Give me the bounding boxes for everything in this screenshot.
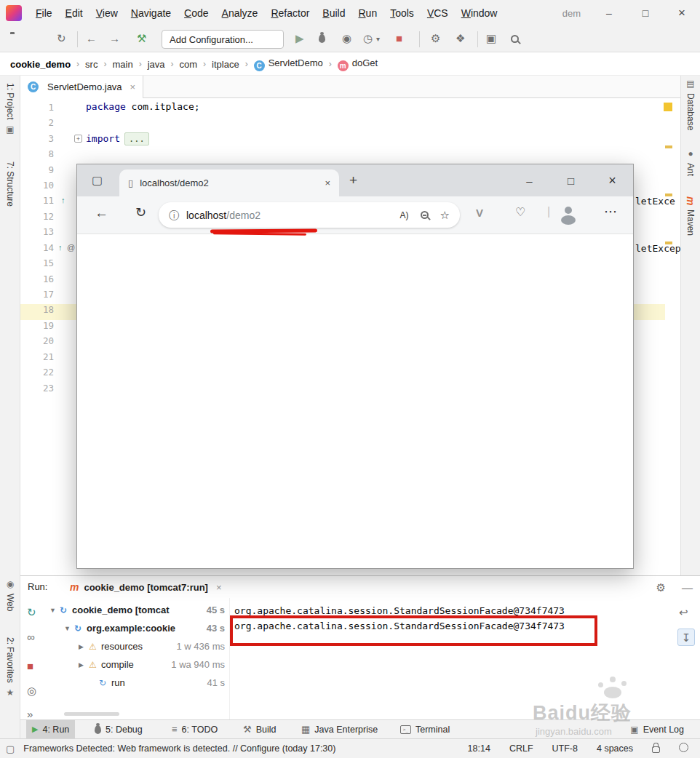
menu-refactor[interactable]: Refactor [264, 7, 316, 19]
tab-actions-icon[interactable]: ▢ [92, 175, 103, 186]
build-hammer-icon[interactable]: ⚒ [137, 33, 146, 44]
fold-marker-icon[interactable]: + [74, 135, 82, 143]
sidebar-item-ant[interactable]: ● Ant [682, 148, 699, 176]
site-info-icon[interactable]: ⓘ [169, 210, 179, 220]
folded-imports-chip[interactable]: ... [124, 132, 149, 145]
breadcrumb-item-java[interactable]: java [148, 59, 165, 70]
browser-maximize-button[interactable]: □ [550, 164, 592, 196]
warning-stripe-mark[interactable] [665, 242, 672, 244]
eye-icon[interactable]: ◎ [27, 685, 36, 696]
soft-wrap-icon[interactable]: ↩ [679, 607, 688, 618]
close-button[interactable]: × [664, 0, 700, 26]
menu-file[interactable]: File [29, 7, 59, 19]
encoding-selector[interactable]: UTF-8 [552, 743, 578, 754]
browser-tab[interactable]: ▯ localhost/demo2 × [119, 169, 339, 196]
menu-code[interactable]: Code [178, 7, 215, 19]
menu-build[interactable]: Build [316, 7, 351, 19]
chevron-right-icon[interactable]: ▶ [79, 661, 89, 669]
hide-panel-icon[interactable]: — [682, 582, 693, 593]
menu-edit[interactable]: Edit [59, 7, 90, 19]
menu-tools[interactable]: Tools [383, 7, 421, 19]
layout-icon[interactable]: ▣ [486, 33, 496, 44]
override-marker-icon[interactable]: ↑ [61, 196, 65, 204]
new-tab-icon[interactable]: + [349, 173, 357, 187]
background-tasks-icon[interactable] [679, 743, 688, 754]
tree-row-compile[interactable]: ▶ ⚠ compile 1 wa 940 ms [44, 655, 229, 674]
run-tab-close-icon[interactable]: × [216, 582, 222, 593]
maximize-button[interactable]: □ [627, 0, 664, 26]
menu-run[interactable]: Run [351, 7, 383, 19]
breadcrumb-item-main[interactable]: main [112, 59, 132, 70]
lock-icon[interactable] [652, 743, 660, 755]
toolwindow-terminal-button[interactable]: >_ Terminal [394, 720, 456, 738]
toolwindow-todo-button[interactable]: ≡ 6: TODO [166, 720, 223, 738]
browser-back-icon[interactable]: ← [95, 206, 108, 220]
run-configuration-combo[interactable]: Add Configuration... [162, 30, 284, 49]
settings-wrench-icon[interactable]: ⚙ [431, 33, 440, 44]
breadcrumb-item-doget[interactable]: mdoGet [338, 57, 378, 71]
profiler-icon[interactable]: ◷ [363, 33, 373, 44]
run-tab-cookie-demo[interactable]: m cookie_demo [tomcat7:run] × [64, 576, 228, 598]
browser-close-button[interactable]: × [592, 164, 633, 196]
glasses-icon[interactable]: ∞ [27, 631, 35, 642]
profiler-dropdown-icon[interactable]: ▾ [376, 36, 380, 43]
forward-icon[interactable]: → [109, 33, 120, 44]
warning-stripe-mark[interactable] [665, 194, 672, 196]
coverage-icon[interactable]: ◉ [342, 33, 351, 44]
toolwindow-debug-button[interactable]: 5: Debug [89, 720, 148, 738]
sidebar-item-favorites[interactable]: 2: Favorites ★ [1, 637, 19, 698]
stop-icon[interactable]: ■ [396, 33, 402, 44]
sidebar-item-database[interactable]: ▤ Database [682, 79, 699, 130]
back-icon[interactable]: ← [86, 33, 97, 44]
browser-refresh-icon[interactable]: ↻ [135, 206, 146, 219]
browser-essentials-icon[interactable]: ♡ [515, 207, 525, 218]
add-favorite-icon[interactable]: ☆ [440, 210, 450, 220]
browser-menu-icon[interactable]: ⋯ [604, 205, 617, 218]
sync-icon[interactable]: ↻ [57, 33, 66, 44]
annotation-marker-icon[interactable]: @ [67, 243, 75, 252]
breadcrumb-item-project[interactable]: cookie_demo [10, 59, 71, 70]
inspections-indicator[interactable] [664, 103, 672, 111]
search-icon[interactable] [511, 34, 519, 45]
extension-v-icon[interactable]: V [476, 207, 483, 218]
minimize-button[interactable]: – [591, 0, 627, 26]
sidebar-item-project[interactable]: 1: Project ▣ [1, 83, 19, 135]
toolwindow-toggle-icon[interactable]: ▢ [6, 744, 15, 754]
chevron-down-icon[interactable]: ▼ [64, 625, 74, 632]
address-bar[interactable]: ⓘ localhost/demo2 A) ☆ [159, 202, 460, 228]
line-ending-selector[interactable]: CRLF [509, 743, 533, 754]
toolwindow-build-button[interactable]: ⚒ Build [237, 720, 282, 738]
horizontal-scroll-thumb[interactable] [64, 712, 119, 716]
chevron-down-icon[interactable]: ▼ [49, 607, 60, 614]
sidebar-item-web[interactable]: ◉ Web [1, 579, 19, 611]
more-chevrons-icon[interactable]: » [27, 709, 33, 719]
menu-view[interactable]: View [90, 7, 124, 19]
tab-close-icon[interactable]: × [130, 81, 136, 92]
stop-icon[interactable]: ■ [27, 661, 33, 671]
breadcrumb-item-servletdemo[interactable]: CServletDemo [254, 57, 323, 71]
breadcrumb-item-src[interactable]: src [85, 59, 98, 70]
tree-row-run[interactable]: ↻ run 41 s [44, 674, 229, 692]
tree-row-project[interactable]: ▼ ↻ cookie_demo [tomcat 45 s [44, 601, 229, 619]
toolwindow-run-button[interactable]: ▶ 4: Run [26, 720, 75, 738]
override-marker-icon[interactable]: ↑ [58, 243, 63, 252]
tab-servletdemo[interactable]: C ServletDemo.java × [20, 76, 143, 98]
zoom-out-icon[interactable] [421, 211, 429, 219]
read-aloud-icon[interactable]: A) [400, 211, 409, 220]
project-structure-icon[interactable]: ❖ [456, 33, 465, 44]
menu-vcs[interactable]: VCS [421, 7, 455, 19]
tree-row-resources[interactable]: ▶ ⚠ resources 1 w 436 ms [44, 637, 229, 655]
menu-analyze[interactable]: Analyze [215, 7, 265, 19]
breadcrumb-item-itplace[interactable]: itplace [212, 59, 239, 70]
menu-navigate[interactable]: Navigate [124, 7, 178, 19]
sidebar-item-maven[interactable]: m Maven [682, 196, 699, 236]
scroll-to-end-icon[interactable]: ↧ [677, 629, 695, 646]
toolwindow-java-enterprise-button[interactable]: ▦ Java Enterprise [295, 720, 383, 738]
menu-window[interactable]: Window [455, 7, 504, 19]
run-icon[interactable]: ▶ [295, 33, 304, 44]
sidebar-item-structure[interactable]: 7: Structure [1, 161, 19, 207]
rerun-icon[interactable]: ↻ [27, 607, 36, 618]
breadcrumb-item-com[interactable]: com [179, 59, 197, 70]
debug-icon[interactable] [319, 34, 325, 45]
gear-icon[interactable]: ⚙ [656, 582, 666, 593]
